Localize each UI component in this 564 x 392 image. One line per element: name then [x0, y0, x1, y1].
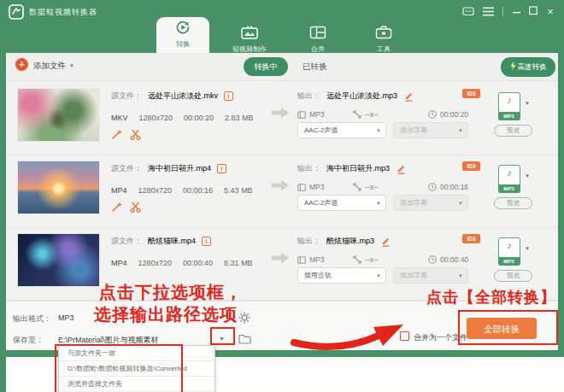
video-thumbnail[interactable] [17, 161, 100, 214]
music-note-icon: ♪ [499, 238, 520, 253]
subtitle-option-value: 添加字幕 [400, 126, 427, 134]
source-meta: MP4 1280x720 00:00:16 5.43 MB [111, 186, 253, 195]
tab-tools[interactable]: 工具 [362, 26, 405, 53]
subtitle-option-value: 添加字幕 [400, 199, 427, 207]
id3-tag-button[interactable]: ID3 [462, 234, 480, 243]
output-filename: 远处平山浓淡处.mp3 [326, 91, 397, 102]
chevron-down-icon: ▼ [376, 124, 381, 138]
source-filename: 海中初日朝升.mp4 [148, 163, 211, 174]
resolution-value: 1280x720 [139, 114, 173, 122]
source-label: 源文件： [111, 236, 142, 247]
chevron-down-icon: ▼ [458, 124, 463, 138]
output-format-meta: MP3 [297, 183, 324, 191]
info-icon[interactable]: i [202, 237, 211, 246]
tab-merge[interactable]: 合并 [296, 26, 340, 53]
audio-track-select[interactable]: AAC-2声道 ▼ [297, 122, 386, 138]
output-format-value[interactable]: MP3 [58, 313, 74, 322]
convert-direction-arrow-icon [270, 106, 291, 120]
short-video-icon [241, 26, 258, 39]
tab-converted[interactable]: 已转换 [303, 61, 327, 73]
save-to-label: 保存至： [13, 335, 44, 346]
format-caret-icon[interactable]: ▼ [525, 246, 530, 251]
audio-track-select[interactable]: 禁用音轨 ▼ [297, 267, 386, 284]
tools-icon [375, 26, 392, 39]
maximize-button[interactable] [526, 5, 540, 19]
add-file-icon[interactable]: + [15, 58, 28, 71]
cut-scissors-icon[interactable] [130, 202, 141, 213]
target-format-button[interactable]: ♪ MP3 [498, 237, 520, 265]
format-caret-icon[interactable]: ▼ [525, 173, 530, 178]
media-type-icon [297, 256, 306, 264]
folder-icon[interactable] [238, 334, 251, 344]
preview-button[interactable]: 预览 [494, 197, 532, 209]
minimize-icon [513, 5, 520, 15]
tab-short-video[interactable]: 短视频制作 [224, 26, 275, 53]
output-resolution-value: --x-- [365, 183, 379, 191]
convert-icon [175, 20, 191, 35]
source-meta: MKV 1280x720 00:00:20 2.83 MB [111, 114, 254, 122]
source-label: 源文件： [111, 91, 142, 102]
add-file-button[interactable]: 添加文件 [33, 61, 66, 72]
effects-wand-icon[interactable] [111, 202, 122, 213]
gear-icon[interactable] [238, 312, 250, 324]
output-format-value: MP3 [309, 110, 324, 119]
size-value: 5.43 MB [224, 186, 253, 195]
tab-converting[interactable]: 转换中 [244, 57, 288, 76]
target-format-button[interactable]: ♪ MP3 [498, 165, 520, 192]
subtitle-select: 添加字幕 ▼ [393, 267, 468, 284]
cut-scissors-icon[interactable] [130, 129, 141, 140]
rename-pencil-icon[interactable] [403, 91, 414, 102]
minimize-button[interactable] [509, 5, 523, 19]
tab-bar: 转换 短视频制作 合并 工具 [0, 24, 564, 53]
chevron-down-icon: ▼ [376, 196, 381, 211]
resize-arrows-icon [353, 110, 361, 119]
highlight-box-convert-all [458, 310, 558, 345]
info-icon[interactable]: i [217, 164, 226, 173]
rename-pencil-icon[interactable] [380, 237, 391, 247]
resize-arrows-icon [353, 255, 361, 264]
output-resolution-value: --x-- [365, 255, 379, 264]
format-value: MKV [111, 114, 128, 122]
id3-tag-button[interactable]: ID3 [462, 161, 480, 171]
preview-button[interactable]: 预览 [494, 270, 532, 282]
source-meta: MP4 1280x720 00:00:40 8.31 MB [111, 259, 253, 267]
tab-convert[interactable]: 转换 [156, 17, 209, 53]
audio-option-value: AAC-2声道 [304, 199, 338, 207]
file-row: 源文件： 远处平山浓淡处.mkv i MKV 1280x720 00:00:20… [6, 83, 558, 155]
resize-arrows-icon [353, 183, 361, 191]
output-resolution-value: --x-- [365, 110, 379, 119]
resolution-value: 1280x720 [138, 259, 173, 267]
output-format-meta: MP3 [297, 255, 324, 264]
format-value: MP4 [111, 259, 127, 267]
subtitle-option-value: 添加字幕 [400, 272, 427, 279]
subtitle-select: 添加字幕 ▼ [393, 195, 468, 211]
id3-tag-button[interactable]: ID3 [462, 89, 480, 98]
preview-button[interactable]: 预览 [494, 125, 532, 137]
feedback-icon[interactable] [462, 7, 474, 17]
audio-track-select[interactable]: AAC-2声道 ▼ [297, 195, 386, 211]
media-type-icon [297, 184, 306, 191]
add-file-caret-icon[interactable]: ▼ [69, 63, 74, 68]
video-thumbnail[interactable] [17, 233, 100, 287]
rename-pencil-icon[interactable] [396, 164, 406, 174]
info-icon[interactable]: i [224, 91, 233, 101]
clock-icon [428, 183, 437, 191]
chevron-down-icon: ▼ [458, 196, 463, 211]
video-thumbnail[interactable] [17, 88, 100, 142]
target-format-button[interactable]: ♪ MP3 [498, 92, 520, 120]
menu-icon[interactable] [483, 7, 494, 16]
music-note-icon: ♪ [499, 166, 520, 180]
format-caret-icon[interactable]: ▼ [525, 101, 530, 106]
output-format-value: MP3 [309, 183, 324, 191]
effects-wand-icon[interactable] [111, 129, 122, 140]
output-duration-meta: 00:00:20 [428, 110, 468, 119]
output-format-meta: MP3 [297, 110, 324, 119]
fast-convert-button[interactable]: 高速转换 [501, 57, 555, 77]
close-button[interactable]: × [543, 5, 557, 19]
output-filename: 海中初日朝升.mp3 [326, 163, 390, 174]
duration-value: 00:00:16 [183, 186, 213, 195]
target-format-label: MP3 [498, 257, 520, 266]
clock-icon [428, 110, 437, 119]
music-note-icon: ♪ [499, 93, 520, 108]
target-format-label: MP3 [498, 184, 520, 193]
